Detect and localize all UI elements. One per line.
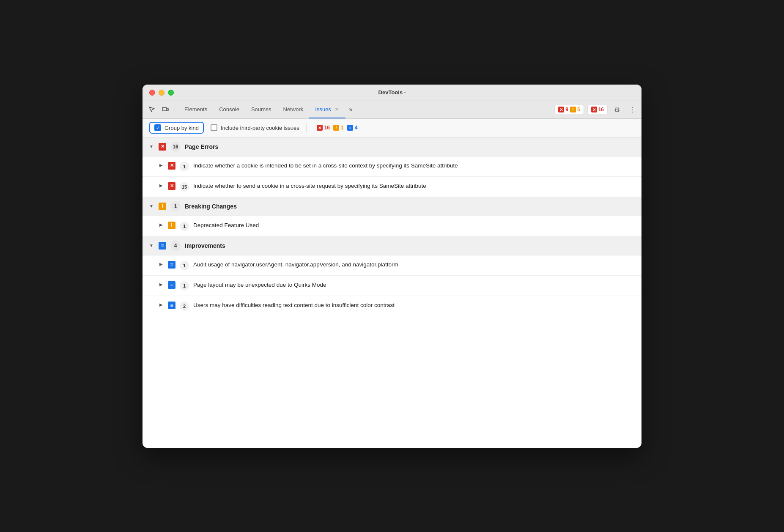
issues-count-row: ✕ 16 ! 1 ≡ 4	[317, 125, 358, 131]
toolbar-warning-number: 1	[341, 125, 344, 131]
issue-chevron-6: ▶	[159, 302, 164, 307]
toolbar-divider	[306, 123, 307, 132]
issue-text-4: Audit usage of navigator.userAgent, navi…	[193, 261, 635, 269]
breaking-changes-chevron: ▼	[149, 204, 154, 208]
page-errors-icon-symbol: ✕	[161, 144, 164, 149]
issue-chevron-5: ▶	[159, 282, 164, 287]
traffic-lights	[149, 90, 174, 96]
group-by-kind-toggle[interactable]: ✓ Group by kind	[149, 122, 204, 134]
tab-more-label: »	[349, 106, 353, 113]
toolbar-error-icon: ✕	[317, 125, 323, 131]
issue-chevron-1: ▶	[159, 163, 164, 167]
third-party-cookie-toggle[interactable]: Include third-party cookie issues	[211, 124, 299, 131]
toolbar-info-icon: ≡	[347, 125, 353, 131]
issue-count-4: 1	[180, 261, 189, 270]
issue-inner-5: ≡ 1 Page layout may be unexpected due to…	[168, 281, 635, 291]
toolbar-info-number: 4	[355, 125, 358, 131]
tab-console[interactable]: Console	[213, 101, 245, 118]
second-error-badge: ✕ 16	[591, 107, 604, 112]
issue-text-2: Indicate whether to send a cookie in a c…	[193, 182, 635, 190]
issue-error-icon-2: ✕	[168, 182, 175, 190]
issue-text-5: Page layout may be unexpected due to Qui…	[193, 281, 635, 289]
error-count: 9	[565, 107, 568, 112]
tab-elements[interactable]: Elements	[178, 101, 213, 118]
issue-item-cookie-2[interactable]: ▶ ✕ 15 Indicate whether to send a cookie…	[143, 177, 641, 197]
window-title: DevTools ·	[378, 89, 406, 96]
breaking-changes-title: Breaking Changes	[185, 203, 237, 210]
tabs-container: Elements Console Sources Network Issues …	[178, 101, 554, 118]
tab-console-label: Console	[219, 106, 239, 112]
tab-sources[interactable]: Sources	[245, 101, 277, 118]
page-errors-icon: ✕	[159, 143, 166, 151]
issue-item-contrast[interactable]: ▶ ≡ 2 Users may have difficulties readin…	[143, 296, 641, 316]
maximize-button[interactable]	[168, 90, 174, 96]
tab-sources-label: Sources	[251, 106, 271, 112]
svg-rect-1	[167, 108, 168, 111]
device-icon	[162, 106, 169, 113]
section-improvements[interactable]: ▼ ≡ 4 Improvements	[143, 236, 641, 255]
tab-bar-right: ✕ 9 ! 5 ✕ 16 ⚙	[554, 104, 638, 115]
issue-info-icon-1: ≡	[168, 261, 175, 269]
toolbar-warning-count: ! 1	[333, 125, 344, 131]
issue-chevron-3: ▶	[159, 222, 164, 227]
error-warning-badge[interactable]: ✕ 9 ! 5	[554, 105, 584, 114]
issue-inner-2: ✕ 15 Indicate whether to send a cookie i…	[168, 182, 635, 192]
minimize-button[interactable]	[159, 90, 164, 96]
issue-chevron-2: ▶	[159, 183, 164, 188]
second-error-badge-group[interactable]: ✕ 16	[587, 105, 608, 114]
improvements-icon: ≡	[159, 242, 166, 250]
tab-more-button[interactable]: »	[345, 101, 356, 118]
group-by-kind-label: Group by kind	[164, 125, 199, 131]
svg-rect-0	[162, 107, 167, 111]
second-error-count: 16	[598, 107, 604, 112]
tab-network[interactable]: Network	[277, 101, 310, 118]
settings-button[interactable]: ⚙	[611, 104, 623, 115]
toolbar-warning-icon: !	[333, 125, 339, 131]
improvements-title: Improvements	[185, 242, 225, 249]
section-page-errors[interactable]: ▼ ✕ 16 Page Errors	[143, 137, 641, 156]
tab-elements-label: Elements	[184, 106, 207, 112]
issue-info-icon-3: ≡	[168, 302, 175, 309]
issue-error-icon-1: ✕	[168, 162, 175, 170]
gear-icon: ⚙	[614, 106, 620, 114]
issue-count-3: 1	[180, 222, 189, 231]
close-button[interactable]	[149, 90, 155, 96]
error-icon-small: ✕	[558, 107, 564, 112]
issue-item-quirks[interactable]: ▶ ≡ 1 Page layout may be unexpected due …	[143, 276, 641, 296]
tab-network-label: Network	[283, 106, 304, 112]
third-party-checkbox	[211, 124, 217, 131]
tab-issues[interactable]: Issues ✕	[309, 101, 345, 118]
issues-toolbar: ✓ Group by kind Include third-party cook…	[143, 119, 641, 137]
tab-bar: Elements Console Sources Network Issues …	[143, 101, 641, 119]
device-toggle-button[interactable]	[159, 104, 171, 115]
more-menu-button[interactable]: ⋮	[626, 104, 638, 115]
improvements-count: 4	[170, 241, 181, 251]
section-breaking-changes[interactable]: ▼ ! 1 Breaking Changes	[143, 197, 641, 216]
issue-chevron-4: ▶	[159, 262, 164, 266]
third-party-label: Include third-party cookie issues	[221, 125, 299, 131]
issue-item-navigator[interactable]: ▶ ≡ 1 Audit usage of navigator.userAgent…	[143, 255, 641, 276]
page-errors-chevron: ▼	[149, 144, 154, 149]
page-errors-title: Page Errors	[185, 143, 218, 150]
warning-icon-small: !	[570, 107, 576, 112]
issue-item-cookie-1[interactable]: ▶ ✕ 1 Indicate whether a cookie is inten…	[143, 156, 641, 177]
issue-inner-3: ! 1 Deprecated Feature Used	[168, 221, 635, 231]
issue-item-deprecated[interactable]: ▶ ! 1 Deprecated Feature Used	[143, 216, 641, 236]
toolbar-error-number: 16	[324, 125, 330, 131]
breaking-changes-count: 1	[170, 201, 181, 211]
breaking-changes-icon-symbol: !	[162, 203, 163, 209]
issue-text-6: Users may have difficulties reading text…	[193, 301, 635, 310]
inspect-element-button[interactable]	[146, 104, 158, 115]
warning-badge: ! 5	[570, 107, 580, 112]
improvements-chevron: ▼	[149, 243, 154, 248]
devtools-window: DevTools · Elements	[143, 85, 641, 448]
issue-text-1: Indicate whether a cookie is intended to…	[193, 162, 635, 170]
breaking-changes-icon: !	[159, 203, 166, 210]
error-badge: ✕ 9	[558, 107, 568, 112]
issue-info-icon-2: ≡	[168, 281, 175, 289]
issue-inner-4: ≡ 1 Audit usage of navigator.userAgent, …	[168, 261, 635, 270]
issue-count-5: 1	[180, 281, 189, 291]
tab-issues-close[interactable]: ✕	[334, 106, 340, 112]
toolbar-icons	[146, 104, 175, 115]
warning-count: 5	[577, 107, 580, 112]
